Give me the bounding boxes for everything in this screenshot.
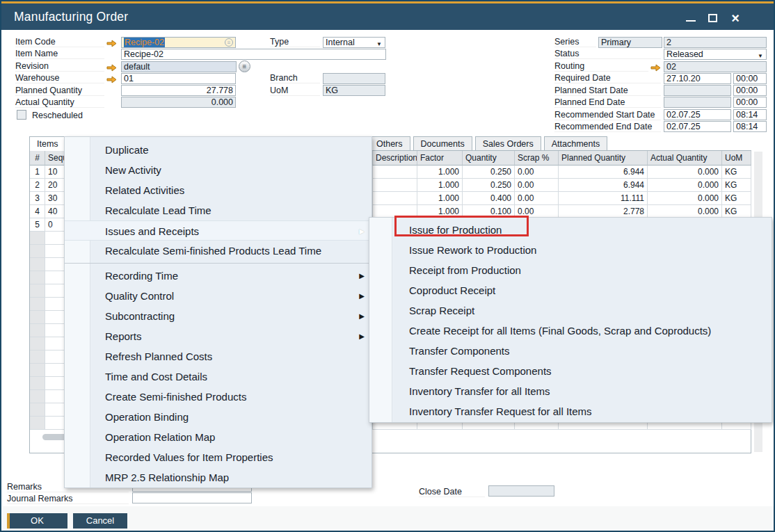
submenu-item-coproduct-receipt[interactable]: Coproduct Receipt [369, 280, 772, 300]
rescheduled-checkbox[interactable] [17, 110, 26, 120]
menu-item-quality-control[interactable]: Quality Control▶ [65, 286, 371, 306]
status-label: Status [554, 49, 661, 59]
manufacturing-order-window: Manufacturing Order × Item Code Recipe-0… [0, 0, 775, 532]
table-cell: 1.000 [417, 179, 463, 192]
maximize-icon[interactable] [704, 10, 722, 26]
column-header[interactable]: Planned Quantity [559, 151, 648, 166]
menu-item-refresh-planned-costs[interactable]: Refresh Planned Costs [65, 346, 371, 366]
planned-end-date-label: Planned End Date [554, 97, 661, 108]
submenu-item-scrap-receipt[interactable]: Scrap Receipt [369, 300, 772, 321]
submenu-item-inventory-transfer-for-all-items[interactable]: Inventory Transfer for all Items [369, 381, 772, 401]
tab-attachments[interactable]: Attachments [544, 136, 607, 151]
cancel-button[interactable]: Cancel [73, 513, 127, 529]
item-name-field[interactable]: Recipe-02 [121, 49, 386, 60]
menu-item-duplicate[interactable]: Duplicate [65, 140, 371, 160]
menu-item-recording-time[interactable]: Recording Time▶ [65, 266, 371, 286]
submenu-arrow-icon: ▶ [359, 266, 365, 286]
close-date-field[interactable] [488, 485, 554, 497]
planned-end-date-field[interactable] [664, 97, 731, 108]
title-bar: Manufacturing Order × [1, 3, 774, 30]
menu-item-new-activity[interactable]: New Activity [65, 160, 371, 180]
planned-start-date-field[interactable] [664, 85, 731, 96]
actual-quantity-field[interactable]: 0.000 [121, 97, 236, 108]
menu-item-operation-relation-map[interactable]: Operation Relation Map [65, 427, 371, 447]
column-header[interactable]: Actual Quantity [648, 151, 722, 166]
planned-start-date-label: Planned Start Date [554, 86, 661, 96]
table-cell [30, 403, 45, 417]
type-label: Type [270, 37, 320, 47]
required-date-field[interactable]: 27.10.20 [664, 73, 731, 84]
tab-items[interactable]: Items [29, 136, 65, 151]
revision-list-button[interactable]: ≡ [239, 61, 250, 72]
branch-field[interactable] [323, 73, 385, 84]
planned-quantity-label: Planned Quantity [15, 86, 104, 96]
planned-quantity-field[interactable]: 27.778 [121, 85, 236, 96]
type-dropdown[interactable]: Internal [323, 37, 385, 48]
ok-button[interactable]: OK [7, 513, 67, 529]
column-header[interactable]: UoM [722, 151, 751, 166]
menu-item-operation-binding[interactable]: Operation Binding [65, 407, 371, 427]
status-dropdown[interactable]: Released [664, 49, 767, 60]
menu-item-recalculate-semi-finished-products-lead-time[interactable]: Recalculate Semi-finished Products Lead … [65, 241, 371, 261]
planned-start-time-field[interactable]: 00:00 [733, 85, 767, 96]
close-icon[interactable]: × [726, 11, 744, 26]
recommended-start-date-field[interactable]: 02.07.25 [664, 109, 731, 120]
submenu-item-transfer-request-components[interactable]: Transfer Request Components [369, 361, 772, 381]
required-time-field[interactable]: 00:00 [733, 73, 767, 84]
menu-item-recalculate-lead-time[interactable]: Recalculate Lead Time [65, 200, 371, 220]
item-name-label: Item Name [15, 49, 104, 59]
revision-link-arrow-icon[interactable] [106, 63, 117, 71]
table-cell: 0.250 [463, 166, 515, 179]
menu-item-time-and-cost-details[interactable]: Time and Cost Details [65, 366, 371, 387]
choose-from-list-icon[interactable]: ≡ [225, 38, 233, 47]
submenu-item-create-receipt-for-all-items-final-goods-scrap-and-coproducts-[interactable]: Create Receipt for all Items (Final Good… [369, 321, 772, 341]
annotation-highlight-box [394, 216, 529, 236]
menu-item-subcontracting[interactable]: Subcontracting▶ [65, 306, 371, 326]
recommended-end-time-field[interactable]: 08:14 [733, 121, 767, 132]
item-code-link-arrow-icon[interactable] [106, 38, 117, 47]
planned-end-time-field[interactable]: 00:00 [733, 97, 767, 108]
tab-bar: OthersDocumentsSales OrdersAttachments [369, 136, 607, 151]
table-cell [30, 417, 45, 430]
table-cell: 1 [30, 166, 45, 179]
table-cell [30, 337, 45, 350]
menu-item-related-activities[interactable]: Related Activities [65, 180, 371, 200]
journal-remarks-label: Journal Remarks [7, 494, 129, 504]
table-cell [373, 179, 417, 192]
warehouse-field[interactable]: 01 [121, 73, 236, 84]
column-header[interactable]: Scrap % [515, 151, 559, 166]
menu-item-issues-and-receipts[interactable]: Issues and Receipts▶ [65, 220, 371, 241]
uom-field[interactable]: KG [323, 85, 385, 96]
required-date-label: Required Date [554, 73, 661, 83]
series-number-field[interactable]: 2 [664, 37, 767, 48]
table-cell: 0.400 [463, 192, 515, 205]
submenu-item-transfer-components[interactable]: Transfer Components [369, 341, 772, 361]
context-menu: DuplicateNew ActivityRelated ActivitiesR… [64, 136, 372, 488]
submenu-item-inventory-transfer-request-for-all-items[interactable]: Inventory Transfer Request for all Items [369, 401, 772, 421]
tab-others[interactable]: Others [369, 136, 410, 151]
table-cell: 4 [30, 205, 45, 218]
recommended-end-date-field[interactable]: 02.07.25 [664, 121, 731, 132]
revision-field[interactable]: default [121, 61, 237, 72]
tab-documents[interactable]: Documents [413, 136, 472, 151]
minimize-icon[interactable] [682, 10, 700, 26]
menu-item-create-semi-finished-products[interactable]: Create Semi-finished Products [65, 387, 371, 407]
journal-remarks-field[interactable] [132, 492, 252, 503]
column-header[interactable]: Description [373, 151, 417, 166]
menu-item-mrp-2-5-relationship-map[interactable]: MRP 2.5 Relationship Map [65, 467, 371, 487]
column-header[interactable]: Factor [417, 151, 463, 166]
item-code-field[interactable]: Recipe-02 ≡ [121, 37, 236, 48]
column-header[interactable]: # [30, 151, 45, 166]
tab-sales-orders[interactable]: Sales Orders [475, 136, 541, 151]
submenu-item-receipt-from-production[interactable]: Receipt from Production [369, 260, 772, 280]
warehouse-link-arrow-icon[interactable] [106, 74, 117, 83]
series-field[interactable]: Primary [598, 37, 662, 48]
menu-item-recorded-values-for-item-properties[interactable]: Recorded Values for Item Properties [65, 447, 371, 467]
column-header[interactable]: Quantity [463, 151, 515, 166]
recommended-start-time-field[interactable]: 08:14 [733, 109, 767, 120]
close-date-label: Close Date [419, 487, 485, 497]
menu-item-reports[interactable]: Reports▶ [65, 326, 371, 346]
routing-link-arrow-icon[interactable] [650, 63, 661, 71]
routing-field[interactable]: 02 [664, 61, 767, 72]
submenu-item-issue-rework-to-production[interactable]: Issue Rework to Production [369, 240, 772, 260]
